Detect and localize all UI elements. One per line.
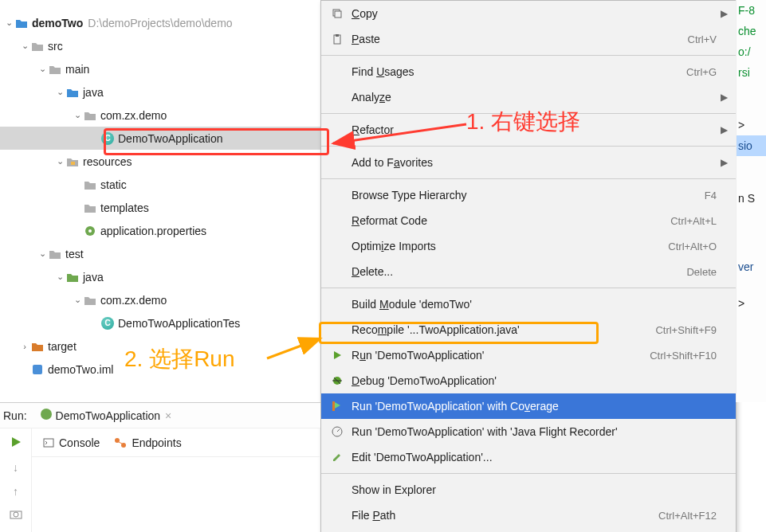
- submenu-arrow-icon: ▶: [721, 8, 728, 19]
- menu-find-usages[interactable]: Find Usages Ctrl+G: [321, 59, 736, 84]
- menu-open-terminal[interactable]: Open in Terminal: [321, 528, 736, 532]
- tree-label: application.properties: [100, 225, 206, 237]
- menu-edit-config[interactable]: Edit 'DemoTwoApplication'...: [321, 444, 736, 470]
- menu-separator: [321, 55, 736, 56]
- menu-run[interactable]: Run 'DemoTwoApplication' Ctrl+Shift+F10: [321, 342, 736, 368]
- shortcut: Ctrl+V: [688, 33, 717, 45]
- submenu-arrow-icon: ▶: [721, 124, 728, 135]
- spring-icon: [40, 408, 53, 423]
- tree-label: DemoTwoApplicationTes: [118, 317, 240, 330]
- tree-src[interactable]: ⌄ src: [0, 34, 320, 57]
- package-icon: [83, 108, 97, 123]
- debug-icon: [329, 375, 345, 386]
- editor-fragment: F-8 che o:/ rsi > sio n S ver >: [736, 0, 766, 402]
- tree-properties[interactable]: application.properties: [0, 219, 320, 242]
- run-icon[interactable]: [10, 436, 22, 450]
- run-config-name: DemoTwoApplication: [56, 409, 161, 422]
- down-arrow-icon[interactable]: ↓: [13, 461, 18, 474]
- tree-label: target: [48, 340, 77, 353]
- svg-rect-7: [336, 34, 339, 37]
- folder-icon: [48, 62, 62, 76]
- tree-package-test[interactable]: ⌄ com.zx.demo: [0, 288, 320, 311]
- menu-paste[interactable]: Paste Ctrl+V: [321, 26, 736, 52]
- tree-static[interactable]: static: [0, 173, 320, 196]
- tree-java-test[interactable]: ⌄ java: [0, 265, 320, 288]
- module-icon: [30, 362, 45, 377]
- tree-project-root[interactable]: ⌄ demoTwo D:\demoProjects\demo\demo: [0, 11, 320, 34]
- properties-icon: [83, 224, 97, 238]
- menu-add-favorites[interactable]: Add to Favorites ▶: [321, 150, 736, 175]
- console-tab[interactable]: Console: [43, 436, 100, 449]
- tree-test[interactable]: ⌄ test: [0, 242, 320, 265]
- camera-icon[interactable]: [10, 509, 22, 522]
- menu-delete[interactable]: Delete... Delete: [321, 259, 736, 284]
- run-panel-header: Run: DemoTwoApplication ×: [0, 403, 320, 428]
- svg-point-2: [88, 229, 92, 233]
- tree-package-main[interactable]: ⌄ com.zx.demo: [0, 104, 320, 127]
- annotation-step2: 2. 选择Run: [124, 344, 235, 374]
- tree-class-test[interactable]: C DemoTwoApplicationTes: [0, 311, 320, 334]
- shortcut: Delete: [686, 266, 717, 278]
- annotation-highlight-orange: [319, 322, 599, 344]
- shortcut: Ctrl+G: [686, 66, 717, 78]
- menu-build-module[interactable]: Build Module 'demoTwo': [321, 291, 736, 317]
- tree-label: java: [83, 271, 104, 284]
- run-label: Run:: [3, 409, 27, 422]
- folder-icon: [83, 178, 97, 192]
- svg-rect-0: [71, 162, 75, 165]
- context-menu: Copy ▶ Paste Ctrl+V Find Usages Ctrl+G A…: [320, 0, 737, 532]
- menu-run-coverage[interactable]: Run 'DemoTwoApplication' with Coverage: [321, 393, 736, 419]
- resources-folder-icon: [65, 155, 80, 169]
- run-toolbar: ↓ ↑: [0, 428, 32, 532]
- shortcut: Ctrl+Alt+O: [668, 241, 717, 252]
- submenu-arrow-icon: ▶: [721, 92, 728, 103]
- folder-icon: [48, 247, 62, 261]
- endpoints-tab[interactable]: Endpoints: [114, 436, 181, 449]
- menu-debug[interactable]: Debug 'DemoTwoApplication': [321, 368, 736, 393]
- menu-separator: [321, 288, 736, 288]
- menu-show-explorer[interactable]: Show in Explorer: [321, 477, 736, 503]
- class-icon: C: [100, 316, 115, 331]
- run-icon: [329, 350, 345, 360]
- menu-reformat[interactable]: Reformat Code Ctrl+Alt+L: [321, 208, 736, 233]
- chevron-down-icon: ⌄: [37, 248, 48, 259]
- chevron-right-icon: ›: [19, 342, 30, 351]
- tree-label: resources: [83, 155, 132, 168]
- chevron-down-icon: ⌄: [37, 64, 48, 74]
- folder-icon: [83, 201, 97, 215]
- tree-label: templates: [100, 201, 149, 214]
- menu-optimize-imports[interactable]: Optimize Imports Ctrl+Alt+O: [321, 233, 736, 259]
- shortcut: Ctrl+Alt+F12: [658, 510, 717, 522]
- project-path: D:\demoProjects\demo\demo: [88, 17, 232, 29]
- tree-java-main[interactable]: ⌄ java: [0, 80, 320, 104]
- menu-separator: [321, 146, 736, 147]
- chevron-down-icon: ⌄: [19, 41, 30, 51]
- chevron-down-icon: ⌄: [54, 87, 65, 97]
- package-icon: [83, 293, 97, 307]
- menu-file-path[interactable]: File Path Ctrl+Alt+F12: [321, 503, 736, 528]
- chevron-down-icon: ⌄: [72, 110, 83, 120]
- test-folder-icon: [65, 270, 80, 284]
- tree-templates[interactable]: templates: [0, 196, 320, 219]
- excluded-folder-icon: [30, 339, 45, 354]
- console-icon: [43, 438, 54, 448]
- tree-label: main: [65, 63, 89, 76]
- annotation-highlight-red: [104, 128, 329, 155]
- chevron-down-icon: ⌄: [72, 295, 83, 305]
- menu-browse-hierarchy[interactable]: Browse Type Hierarchy F4: [321, 182, 736, 208]
- close-icon[interactable]: ×: [165, 409, 171, 422]
- menu-run-jfr[interactable]: Run 'DemoTwoApplication' with 'Java Flig…: [321, 419, 736, 444]
- profiler-icon: [329, 426, 345, 437]
- svg-line-19: [119, 442, 122, 444]
- svg-point-15: [14, 512, 18, 517]
- svg-rect-16: [44, 439, 53, 447]
- up-arrow-icon[interactable]: ↑: [13, 485, 18, 498]
- tree-main[interactable]: ⌄ main: [0, 57, 320, 80]
- shortcut: Ctrl+Shift+F9: [655, 324, 717, 336]
- menu-copy[interactable]: Copy ▶: [321, 1, 736, 26]
- menu-separator: [321, 178, 736, 179]
- project-tree: ⌄ demoTwo D:\demoProjects\demo\demo ⌄ sr…: [0, 0, 320, 381]
- run-config-tab[interactable]: DemoTwoApplication ×: [40, 408, 172, 423]
- chevron-down-icon: ⌄: [3, 18, 14, 28]
- tree-label: com.zx.demo: [100, 109, 167, 122]
